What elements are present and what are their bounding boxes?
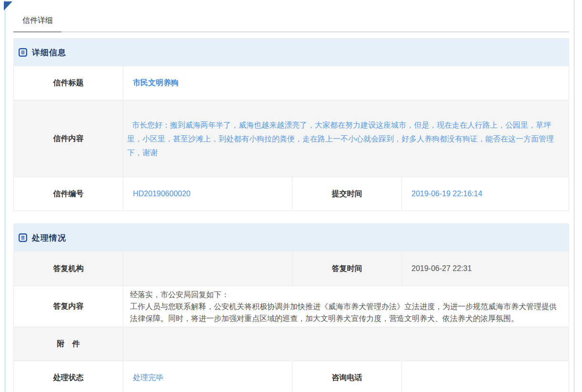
- submit-time-value: 2019-06-19 22:16:14: [411, 190, 482, 198]
- row-reply-content: 答复内容 经落实，市公安局回复如下： 工作人员与您联系解释，公安机关将积极协调并…: [14, 286, 569, 327]
- letter-content-label: 信件内容: [14, 101, 123, 177]
- section-process-status: 处理情况 答复机构 答复时间 2019-06-27 22:31 答复内容 经落实…: [13, 223, 569, 392]
- attachment-label: 附 件: [14, 327, 123, 361]
- letter-title-label: 信件标题: [14, 66, 123, 100]
- corner-fold-decoration: [4, 1, 12, 10]
- document-icon: [19, 233, 27, 242]
- process-status-cell: 处理完毕: [123, 361, 292, 392]
- section-detail-header: 详细信息: [14, 39, 569, 66]
- reply-content-label: 答复内容: [14, 286, 123, 327]
- tab-letter-detail[interactable]: 信件详细: [13, 16, 61, 32]
- document-icon: [19, 48, 27, 57]
- reply-time-value: 2019-06-27 22:31: [411, 264, 472, 273]
- section-detail-title: 详细信息: [32, 47, 66, 58]
- section-process-title: 处理情况: [32, 232, 66, 243]
- submit-time-cell: 2019-06-19 22:16:14: [402, 177, 569, 211]
- letter-number-value: HD20190600020: [133, 190, 191, 198]
- row-letter-number: 信件编号 HD20190600020 提交时间 2019-06-19 22:16…: [14, 177, 569, 211]
- submit-time-label: 提交时间: [292, 177, 402, 211]
- letter-number-cell: HD20190600020: [123, 177, 292, 211]
- row-reply-org: 答复机构 答复时间 2019-06-27 22:31: [14, 251, 569, 286]
- row-letter-title: 信件标题 市民文明养狗: [14, 66, 569, 100]
- attachment-cell: [123, 327, 569, 361]
- row-process-status: 处理状态 处理完毕 咨询电话: [14, 361, 569, 392]
- tab-bar: 信件详细: [13, 0, 569, 32]
- reply-time-label: 答复时间: [292, 251, 402, 286]
- reply-org-cell: [123, 251, 292, 286]
- reply-time-cell: 2019-06-27 22:31: [402, 251, 569, 286]
- letter-title-link[interactable]: 市民文明养狗: [133, 78, 179, 88]
- process-status-value: 处理完毕: [133, 373, 163, 383]
- reply-content-cell: 经落实，市公安局回复如下： 工作人员与您联系解释，公安机关将积极协调并加快推进《…: [123, 286, 569, 327]
- letter-detail-page: { "colors": { "corner_triangle": "#2e5fa…: [0, 0, 582, 392]
- phone-label: 咨询电话: [292, 361, 402, 392]
- letter-title-cell: 市民文明养狗: [123, 66, 569, 100]
- letter-content-cell: 市长您好：搬到威海两年半了，威海也越来越漂亮了，大家都在努力建设这座城市，但是，…: [123, 101, 569, 177]
- reply-content-line: 经落实，市公安局回复如下：: [130, 289, 561, 301]
- reply-content-line: 工作人员与您联系解释，公安机关将积极协调并加快推进《威海市养犬管理办法》立法进度…: [130, 301, 561, 324]
- letter-number-label: 信件编号: [14, 177, 123, 211]
- row-letter-content: 信件内容 市长您好：搬到威海两年半了，威海也越来越漂亮了，大家都在努力建设这座城…: [14, 100, 569, 177]
- letter-content-text: 市长您好：搬到威海两年半了，威海也越来越漂亮了，大家都在努力建设这座城市，但是，…: [127, 118, 565, 160]
- section-detail-info: 详细信息 信件标题 市民文明养狗 信件内容 市长您好：搬到威海两年半了，威海也越…: [13, 38, 569, 211]
- row-attachment: 附 件: [14, 327, 569, 361]
- process-status-label: 处理状态: [14, 361, 123, 392]
- section-process-header: 处理情况: [14, 224, 569, 251]
- phone-cell: [402, 361, 569, 392]
- letter-detail-panel: 信件详细 详细信息 信件标题 市民文明养狗 信件内容 市长您好：搬到威海两年半了…: [5, 0, 574, 392]
- reply-org-label: 答复机构: [14, 251, 123, 286]
